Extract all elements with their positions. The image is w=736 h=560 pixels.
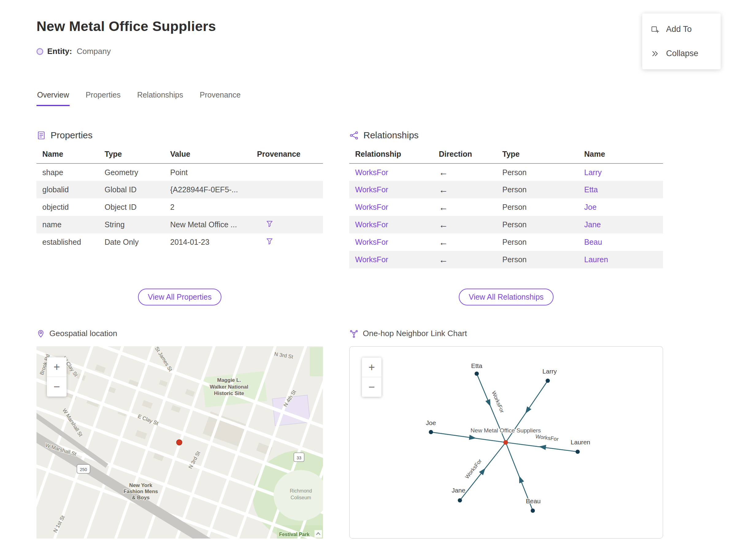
- overview-bottom-row: Geospatial location: [36, 329, 736, 539]
- relationships-section: Relationships Relationship Direction Typ…: [349, 130, 663, 307]
- entity-link[interactable]: Joe: [584, 198, 663, 216]
- edge-label-jane: WorksFor: [464, 458, 483, 480]
- tab-provenance[interactable]: Provenance: [199, 90, 241, 106]
- col-direction: Direction: [439, 150, 502, 163]
- arrow-beau: [517, 475, 524, 483]
- tab-properties[interactable]: Properties: [85, 90, 121, 106]
- relationship-link[interactable]: WorksFor: [349, 251, 439, 268]
- left-arrow-icon: ←: [439, 255, 448, 265]
- link-chart-canvas[interactable]: WorksFor WorksFor WorksFor New Metal Off…: [349, 346, 663, 539]
- entity-link[interactable]: Etta: [584, 181, 663, 198]
- view-all-relationships-wrap: View All Relationships: [349, 289, 663, 307]
- entity-link[interactable]: Beau: [584, 233, 663, 251]
- chart-zoom-out-button[interactable]: −: [362, 377, 381, 397]
- node-lauren[interactable]: [576, 450, 580, 454]
- node-larry[interactable]: [546, 378, 550, 383]
- table-row: globalid Global ID {A228944F-0EF5-...: [36, 181, 323, 198]
- route-shield-33-label: 33: [297, 456, 301, 460]
- link-chart-header: One-hop Neighbor Link Chart: [349, 329, 663, 338]
- chart-zoom-in-button[interactable]: +: [362, 358, 381, 377]
- entity-link[interactable]: Larry: [584, 163, 663, 181]
- link-chart-title: One-hop Neighbor Link Chart: [363, 329, 467, 338]
- collapse-button[interactable]: Collapse: [642, 41, 721, 66]
- link-chart-icon: [349, 329, 358, 338]
- relationship-link[interactable]: WorksFor: [349, 216, 439, 233]
- node-etta[interactable]: [475, 372, 479, 376]
- provenance-icon[interactable]: [266, 220, 274, 228]
- entity-link[interactable]: Jane: [584, 216, 663, 233]
- node-label-jane: Jane: [452, 487, 466, 494]
- map-pin-icon: [36, 329, 45, 338]
- relationships-icon: [349, 131, 359, 140]
- relationship-link[interactable]: WorksFor: [349, 181, 439, 198]
- table-row: WorksFor ← Person Jane: [349, 216, 663, 233]
- table-row: shape Geometry Point: [36, 163, 323, 181]
- map-zoom-in-button[interactable]: +: [47, 357, 67, 377]
- node-label-lauren: Lauren: [571, 439, 590, 446]
- entity-label: Entity:: [47, 47, 72, 56]
- map-label-festival-park: Festival Park: [279, 531, 309, 537]
- prop-value: New Metal Office ...: [170, 216, 257, 233]
- prop-name: globalid: [36, 181, 105, 198]
- properties-section-title: Properties: [51, 130, 93, 140]
- geospatial-title: Geospatial location: [49, 329, 117, 338]
- node-jane[interactable]: [458, 498, 462, 503]
- view-all-properties-wrap: View All Properties: [36, 289, 323, 307]
- relationship-link[interactable]: WorksFor: [349, 198, 439, 216]
- node-label-joe: Joe: [426, 419, 436, 426]
- prop-provenance: [257, 181, 323, 198]
- left-arrow-icon: ←: [439, 237, 448, 247]
- view-all-properties-button[interactable]: View All Properties: [138, 289, 221, 305]
- prop-type: Date Only: [105, 233, 170, 251]
- link-chart-section: One-hop Neighbor Link Chart: [349, 329, 663, 539]
- left-arrow-icon: ←: [439, 202, 448, 212]
- direction-cell: ←: [439, 163, 502, 181]
- left-arrow-icon: ←: [439, 185, 448, 195]
- col-type: Type: [105, 150, 170, 163]
- node-joe[interactable]: [429, 430, 433, 434]
- collapse-icon: [651, 49, 659, 58]
- tab-relationships[interactable]: Relationships: [136, 90, 184, 106]
- map-label-ny-2: Fashion Mens: [124, 489, 158, 494]
- link-chart-edge-labels: WorksFor WorksFor WorksFor: [464, 390, 559, 480]
- overview-top-row: Properties Name Type Value Provenance sh…: [36, 130, 736, 307]
- prop-name: objectid: [36, 198, 105, 216]
- map-image[interactable]: 250 33 Brook Rd W Clay St St James St N …: [36, 346, 323, 539]
- map-attribution-toggle[interactable]: [314, 530, 322, 537]
- table-row: WorksFor ← Person Etta: [349, 181, 663, 198]
- direction-cell: ←: [439, 198, 502, 216]
- prop-provenance: [257, 233, 323, 251]
- add-to-button[interactable]: Add To: [642, 17, 721, 41]
- prop-type: Global ID: [105, 181, 170, 198]
- map-zoom-out-button[interactable]: −: [47, 377, 67, 397]
- relationship-link[interactable]: WorksFor: [349, 233, 439, 251]
- center-node[interactable]: [503, 440, 508, 445]
- location-marker[interactable]: [176, 439, 182, 445]
- entity-link[interactable]: Lauren: [584, 251, 663, 268]
- prop-value: {A228944F-0EF5-...: [170, 181, 257, 198]
- rel-type: Person: [502, 163, 584, 181]
- provenance-icon[interactable]: [266, 237, 274, 245]
- node-label-larry: Larry: [542, 368, 557, 375]
- map-label-ny-3: & Boys: [132, 495, 150, 501]
- map-label-maggie-2: Walker National: [210, 384, 248, 390]
- col-name: Name: [36, 150, 105, 163]
- prop-name: established: [36, 233, 105, 251]
- link-chart-image[interactable]: WorksFor WorksFor WorksFor New Metal Off…: [350, 347, 663, 538]
- direction-cell: ←: [439, 251, 502, 268]
- view-all-relationships-button[interactable]: View All Relationships: [459, 289, 553, 305]
- prop-provenance: [257, 163, 323, 181]
- relationships-header-row: Relationship Direction Type Name: [349, 150, 663, 163]
- tab-overview[interactable]: Overview: [36, 90, 70, 106]
- prop-name: shape: [36, 163, 105, 181]
- table-row: WorksFor ← Person Beau: [349, 233, 663, 251]
- properties-icon: [36, 131, 46, 140]
- map-canvas[interactable]: 250 33 Brook Rd W Clay St St James St N …: [36, 346, 323, 539]
- route-shield-250-label: 250: [80, 467, 87, 472]
- node-beau[interactable]: [531, 508, 535, 513]
- table-row: WorksFor ← Person Larry: [349, 163, 663, 181]
- arrow-larry: [523, 406, 531, 415]
- relationship-link[interactable]: WorksFor: [349, 163, 439, 181]
- table-row: WorksFor ← Person Joe: [349, 198, 663, 216]
- col-value: Value: [170, 150, 257, 163]
